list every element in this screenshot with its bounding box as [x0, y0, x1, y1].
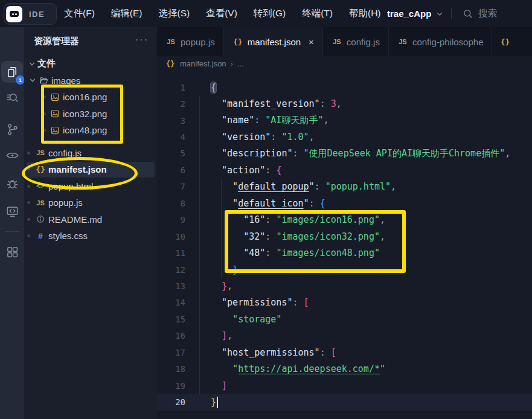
text-cursor: [217, 397, 218, 408]
code-line-1[interactable]: 1{: [157, 79, 532, 95]
code-line-19[interactable]: 19 ]: [157, 377, 532, 394]
code-text: }: [185, 264, 238, 275]
file-dot: [43, 95, 46, 98]
code-line-17[interactable]: 17 "host_permissions": [: [157, 344, 532, 360]
menu-item-编辑E[interactable]: 编辑(E): [111, 7, 143, 20]
trae-logo-icon: [6, 6, 22, 22]
line-number: 5: [157, 149, 185, 158]
remote-screen-icon[interactable]: [1, 200, 23, 222]
line-number: 4: [157, 132, 185, 142]
token-b3: {: [320, 198, 325, 209]
code-line-16[interactable]: 16 ],: [157, 328, 532, 344]
file-dot: [27, 168, 30, 171]
tab-manifest.json[interactable]: {}manifest.json×: [224, 27, 323, 56]
code-line-9[interactable]: 9 "16": "images/icon16.png",: [157, 212, 532, 228]
activity-bar-divider: [5, 231, 19, 232]
code-line-20[interactable]: 20}: [157, 394, 532, 410]
debug-icon[interactable]: [1, 173, 23, 194]
folder-open-icon: [38, 76, 49, 85]
tree-item-popup.html[interactable]: <>popup.html: [24, 178, 157, 195]
file-dot: [27, 152, 30, 155]
code-text: {: [185, 82, 216, 93]
tree-item-icon16.png[interactable]: icon16.png: [24, 89, 157, 106]
code-line-6[interactable]: 6 "action": {: [157, 162, 532, 178]
global-search[interactable]: 搜索: [463, 0, 497, 27]
token-b2: [: [304, 297, 309, 308]
apps-grid-icon[interactable]: [1, 241, 23, 263]
badge-count: 1: [16, 75, 25, 85]
menu-item-终端T[interactable]: 终端(T): [302, 7, 333, 20]
tab-config.js[interactable]: JSconfig.js: [323, 27, 389, 56]
token-str: ": [380, 363, 385, 374]
tree-item-styles.css[interactable]: #styles.css: [24, 228, 157, 245]
code-line-18[interactable]: 18 "https://api.deepseek.com/*": [157, 360, 532, 377]
code-line-11[interactable]: 11 "48": "images/icon48.png": [157, 245, 532, 261]
token-b2: ]: [211, 330, 227, 341]
menu-item-帮助H[interactable]: 帮助(H): [349, 7, 381, 20]
js-file-icon: JS: [165, 38, 176, 45]
js-file-icon: JS: [35, 199, 46, 206]
token-str: "popup.html": [325, 181, 391, 192]
more-actions-icon[interactable]: ···: [135, 34, 149, 45]
code-line-12[interactable]: 12 }: [157, 261, 532, 278]
tree-item-label: images: [51, 75, 80, 86]
breadcrumb[interactable]: {} manifest.json › ...: [157, 56, 532, 71]
menu-item-转到G[interactable]: 转到(G): [254, 7, 286, 20]
token-str: "images/icon32.png": [276, 231, 380, 242]
token-key: "version": [211, 132, 271, 142]
tab-partial[interactable]: {}: [492, 27, 532, 56]
code-line-4[interactable]: 4 "version": "1.0",: [157, 129, 532, 145]
tree-item-icon48.png[interactable]: icon48.png: [24, 122, 157, 139]
menu-item-查看V[interactable]: 查看(V): [206, 7, 237, 20]
line-number: 3: [157, 116, 185, 126]
code-line-8[interactable]: 8 "default_icon": {: [157, 195, 532, 211]
tree-item-label: config.js: [48, 148, 82, 158]
explorer-icon[interactable]: 1: [1, 61, 23, 83]
breadcrumb-more[interactable]: ...: [237, 59, 244, 68]
token-str: "images/icon48.png": [276, 248, 380, 258]
tree-item-manifest.json[interactable]: {}manifest.json: [24, 161, 157, 178]
token-str: "images/icon16.png": [276, 214, 380, 225]
code-text: "permissions": [: [185, 297, 309, 308]
project-switcher[interactable]: trae_cApp: [387, 0, 443, 27]
menu-item-文件F[interactable]: 文件(F): [64, 7, 95, 20]
tree-item-popup.js[interactable]: JSpopup.js: [24, 194, 157, 211]
code-line-14[interactable]: 14 "permissions": [: [157, 295, 532, 311]
tree-item-README.md[interactable]: README.md: [24, 211, 157, 228]
tab-config-philosophe[interactable]: JSconfig-philosophe: [389, 27, 493, 56]
code-line-5[interactable]: 5 "description": "使用DeepSeek API的AI聊天助手C…: [157, 146, 532, 162]
token-pun: ,: [227, 330, 232, 341]
code-editor[interactable]: 1{2 "manifest_version": 3,3 "name": "AI聊…: [157, 71, 532, 419]
token-key: "description": [211, 148, 292, 159]
app-logo[interactable]: IDE: [4, 3, 57, 25]
tree-item-root[interactable]: 文件: [24, 56, 157, 72]
eye-icon[interactable]: [1, 144, 23, 166]
token-key: "name": [211, 115, 254, 126]
indent-guide: [221, 179, 222, 278]
code-text: "48": "images/icon48.png": [185, 248, 380, 258]
menu-item-选择S[interactable]: 选择(S): [158, 7, 190, 20]
tab-popup.js[interactable]: JSpopup.js: [157, 27, 224, 56]
tree-item-config.js[interactable]: JSconfig.js: [24, 145, 157, 162]
close-icon[interactable]: ×: [309, 37, 314, 47]
token-key: ": [211, 181, 238, 192]
code-line-3[interactable]: 3 "name": "AI聊天助手",: [157, 112, 532, 129]
search-icon[interactable]: [1, 87, 23, 109]
line-number: 8: [157, 199, 185, 208]
code-line-13[interactable]: 13 },: [157, 278, 532, 294]
code-line-15[interactable]: 15 "storage": [157, 311, 532, 327]
code-line-2[interactable]: 2 "manifest_version": 3,: [157, 95, 532, 112]
file-dot: [27, 201, 30, 204]
code-line-10[interactable]: 10 "32": "images/icon32.png",: [157, 228, 532, 245]
token-pun: ,: [380, 214, 385, 225]
tree-item-icon32.png[interactable]: icon32.png: [24, 106, 157, 123]
json-file-icon: {}: [499, 37, 510, 46]
code-line-7[interactable]: 7 "default_popup": "popup.html",: [157, 179, 532, 195]
tree-item-label: 文件: [37, 58, 56, 69]
menu-bar: 文件(F)编辑(E)选择(S)查看(V)转到(G)终端(T)帮助(H): [64, 0, 381, 27]
titlebar-divider: [377, 8, 378, 19]
token-str: "AI聊天助手": [265, 115, 323, 126]
search-label: 搜索: [478, 7, 497, 20]
source-control-icon[interactable]: [1, 118, 23, 140]
tree-item-images[interactable]: images: [24, 72, 157, 89]
